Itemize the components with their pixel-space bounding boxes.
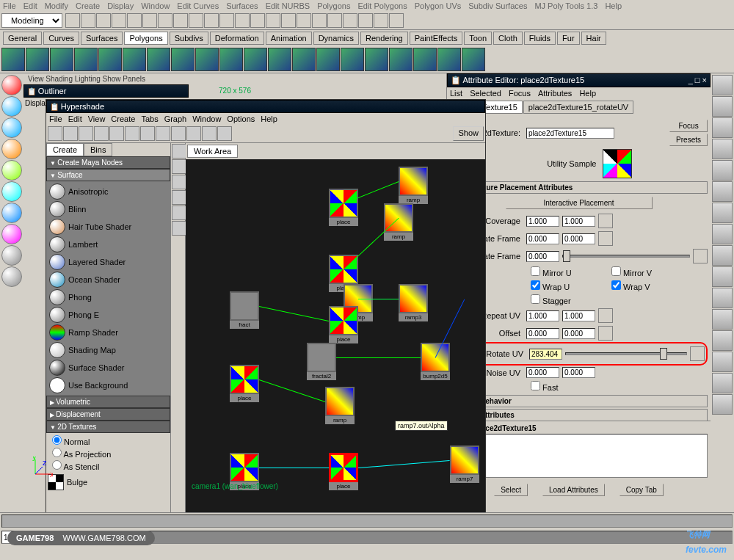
shelf-icon[interactable] — [365, 48, 388, 71]
shelf-tab-polygons[interactable]: Polygons — [124, 32, 167, 45]
menu-edit-polygons[interactable]: Edit Polygons — [357, 1, 407, 10]
hyper-tool-icon[interactable] — [125, 126, 139, 141]
hyper-menu-window[interactable]: Window — [192, 114, 221, 123]
shader-lambert[interactable]: Lambert — [48, 236, 169, 253]
range-bar[interactable] — [81, 531, 733, 544]
status-icon[interactable] — [112, 13, 126, 28]
hyper-side-tool[interactable] — [172, 159, 186, 174]
attr-menu-focus[interactable]: Focus — [509, 89, 531, 98]
shader-phong-e[interactable]: Phong E — [48, 306, 169, 324]
shelf-tab-fur[interactable]: Fur — [557, 32, 580, 45]
focus-button[interactable]: Focus — [669, 120, 708, 132]
tab-create[interactable]: Create — [46, 143, 84, 156]
hyper-menu-options[interactable]: Options — [227, 114, 255, 123]
tool-button[interactable] — [1, 266, 22, 287]
menu-display[interactable]: Display — [107, 1, 134, 10]
shelf-icons[interactable] — [0, 46, 734, 73]
menu-polygon-uvs[interactable]: Polygon UVs — [415, 1, 462, 10]
status-icon[interactable] — [204, 13, 219, 28]
interactive-placement-button[interactable]: Interactive Placement — [506, 197, 653, 209]
node-fract[interactable]: fract — [230, 291, 259, 329]
shelf-tabs[interactable]: GeneralCurvesSurfacesPolygonsSubdivsDefo… — [0, 30, 734, 46]
menu-help[interactable]: Help — [605, 1, 622, 10]
status-icon[interactable] — [96, 13, 111, 28]
check-stagger[interactable]: Stagger — [531, 294, 597, 305]
shader-surface-shader[interactable]: Surface Shader — [48, 359, 169, 377]
shelf-icon[interactable] — [74, 48, 98, 71]
shelf-icon[interactable] — [123, 48, 146, 71]
shelf-tab-surfaces[interactable]: Surfaces — [81, 32, 123, 45]
hyper-menu-edit[interactable]: Edit — [68, 114, 82, 123]
check-wrap-v[interactable]: Wrap V — [611, 280, 677, 291]
shelf-icon[interactable] — [26, 48, 49, 71]
node-place[interactable]: place — [329, 453, 358, 490]
channel-tool[interactable] — [712, 96, 733, 117]
status-icon[interactable] — [158, 13, 172, 28]
status-icon[interactable] — [374, 13, 388, 28]
shader-layered-shader[interactable]: Layered Shader — [48, 253, 169, 271]
channel-tool[interactable] — [712, 75, 733, 95]
hyper-tool-icon[interactable] — [217, 126, 232, 141]
channel-tool[interactable] — [712, 330, 733, 351]
hyper-side-tool[interactable] — [172, 206, 186, 220]
node-ramp[interactable]: ramp — [384, 203, 413, 241]
hyper-menu-tabs[interactable]: Tabs — [141, 114, 158, 123]
shelf-icon[interactable] — [268, 48, 291, 71]
hyper-tool-icon[interactable] — [94, 126, 109, 141]
status-icon[interactable] — [266, 13, 280, 28]
noise-uv-v-input[interactable] — [562, 367, 595, 378]
radio-normal[interactable]: Normal — [52, 434, 164, 447]
menu-polygons[interactable]: Polygons — [317, 1, 350, 10]
shelf-tab-deformation[interactable]: Deformation — [210, 32, 264, 45]
hyper-tool-icon[interactable] — [109, 126, 124, 141]
shelf-tab-curves[interactable]: Curves — [43, 32, 79, 45]
select-button[interactable]: Select — [494, 484, 528, 496]
status-icon[interactable] — [250, 13, 265, 28]
map-icon[interactable] — [598, 326, 613, 341]
section-node-behavior[interactable]: Node Behavior — [450, 395, 708, 407]
section-2d-placement[interactable]: 2d Texture Placement Attributes — [450, 181, 708, 194]
shelf-tab-toon[interactable]: Toon — [464, 32, 492, 45]
shelf-icon[interactable] — [1, 48, 25, 71]
channel-tool[interactable] — [712, 394, 733, 415]
hyper-tool-icon[interactable] — [63, 126, 78, 141]
tool-button[interactable] — [1, 160, 22, 181]
shelf-icon[interactable] — [219, 48, 243, 71]
check-mirror-u[interactable]: Mirror U — [531, 266, 597, 277]
work-area[interactable]: Work Area rampplacerampplaceramp3rampfra… — [186, 143, 485, 517]
tool-button[interactable] — [1, 245, 22, 266]
shelf-tab-fluids[interactable]: Fluids — [524, 32, 556, 45]
check-mirror-v[interactable]: Mirror V — [611, 266, 677, 277]
section-volumetric[interactable]: Volumetric — [46, 396, 170, 408]
shelf-icon[interactable] — [147, 48, 170, 71]
tool-button[interactable] — [1, 181, 22, 202]
shader-use-background[interactable]: Use Background — [48, 377, 169, 394]
hyper-menu-create[interactable]: Create — [111, 114, 135, 123]
channel-tool[interactable] — [712, 245, 733, 266]
tool-button[interactable] — [1, 203, 22, 223]
status-icon[interactable] — [389, 13, 404, 28]
hyper-side-tool[interactable] — [172, 175, 186, 189]
channel-tool[interactable] — [712, 288, 733, 308]
node-ramp7[interactable]: ramp7 — [450, 446, 479, 483]
time-slider[interactable] — [1, 514, 733, 528]
hypershade-panel[interactable]: 📋 Hypershade FileEditViewCreateTabsGraph… — [46, 99, 486, 517]
attr-menu-selected[interactable]: Selected — [470, 89, 501, 98]
window-controls[interactable]: _ □ × — [688, 76, 707, 85]
shelf-tab-dynamics[interactable]: Dynamics — [313, 32, 359, 45]
channel-tool[interactable] — [712, 160, 733, 181]
menu-edit-nurbs[interactable]: Edit NURBS — [266, 1, 310, 10]
rotate-uv-input[interactable] — [529, 349, 562, 360]
section-extra-attrs[interactable]: Extra Attributes — [450, 409, 708, 421]
tool-button[interactable] — [1, 96, 22, 117]
tab-work-area[interactable]: Work Area — [187, 145, 238, 158]
texture-mode-radios[interactable]: Normal As Projection As Stencil — [46, 433, 170, 473]
hyper-tool-icon[interactable] — [48, 126, 62, 141]
shelf-icon[interactable] — [389, 48, 413, 71]
status-icon[interactable] — [297, 13, 311, 28]
status-icon[interactable] — [235, 13, 250, 28]
shelf-icon[interactable] — [292, 48, 316, 71]
hyper-tool-icon[interactable] — [140, 126, 155, 141]
status-icon[interactable] — [81, 13, 95, 28]
shelf-tab-hair[interactable]: Hair — [581, 32, 606, 45]
